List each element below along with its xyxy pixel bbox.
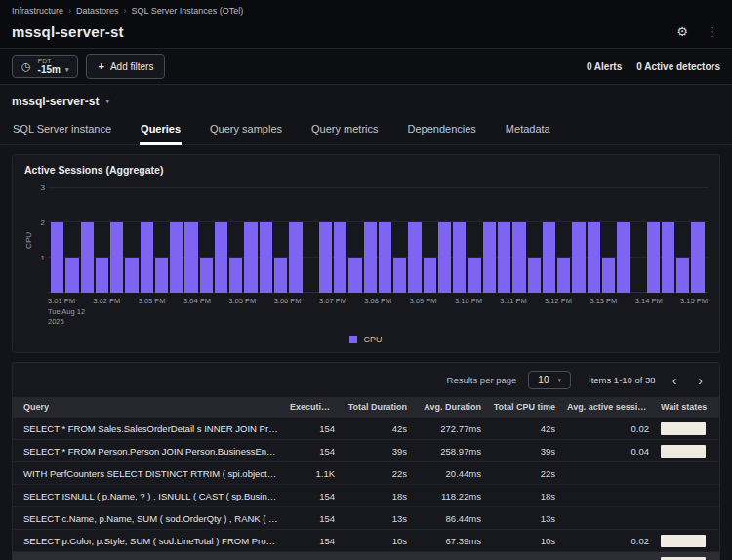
queries-table: QueryExecutionsTotal DurationAvg. Durati…	[13, 397, 719, 560]
table-row[interactable]: SELECT * FROM Sales.SalesOrderDetail s I…	[13, 417, 719, 439]
x-tick-label: 3:04 PM	[183, 297, 211, 305]
table-row[interactable]: SELECT * FROM Person.Person JOIN Person.…	[13, 439, 719, 461]
avg-duration-cell: 20.44ms	[413, 468, 487, 479]
legend-cpu-label: CPU	[363, 335, 382, 344]
executions-cell: 154	[284, 513, 341, 524]
cpu-bar	[51, 222, 63, 293]
alerts-count[interactable]: 0 Alerts	[587, 61, 622, 72]
active-detectors-count[interactable]: 0 Active detectors	[636, 61, 720, 72]
avg-active-sessions-cell: 0.04	[561, 446, 655, 457]
wait-states-cell	[655, 422, 719, 435]
breadcrumb-item[interactable]: Infrastructure	[12, 6, 63, 16]
cpu-bar	[438, 222, 451, 293]
total-cpu-time-cell: 18s	[487, 491, 561, 501]
executions-cell: 154	[284, 491, 341, 501]
column-header-query[interactable]: Query	[13, 397, 284, 417]
table-pagination-bar: Results per page 10 ▾ Items 1-10 of 38 ‹…	[13, 363, 719, 397]
cpu-bar	[110, 222, 123, 293]
tab-query-samples[interactable]: Query samples	[209, 116, 283, 145]
x-tick-label: 3:14 PM	[635, 297, 663, 305]
column-header-executions[interactable]: Executions	[284, 397, 341, 417]
tab-queries[interactable]: Queries	[140, 116, 182, 145]
breadcrumb-item[interactable]: Datastores	[76, 6, 119, 16]
wait-states-cell	[655, 535, 719, 547]
tab-sql-server-instance[interactable]: SQL Server instance	[12, 116, 112, 145]
wait-states-bar[interactable]	[661, 445, 706, 458]
cpu-bar	[676, 258, 689, 293]
tab-metadata[interactable]: Metadata	[505, 116, 551, 145]
query-cell: SELECT p.Color, p.Style, SUM ( sod.LineT…	[13, 536, 284, 546]
column-header-total-cpu-time[interactable]: Total CPU time	[487, 397, 561, 417]
avg-active-sessions-cell: 0.02	[561, 536, 655, 546]
x-tick-label: 3:02 PM	[93, 297, 120, 305]
wait-states-bar[interactable]	[661, 422, 706, 435]
cpu-bar	[170, 222, 183, 293]
breadcrumb-bar: Infrastructure›Datastores›SQL Server Ins…	[0, 0, 732, 21]
chevron-down-icon[interactable]: ▾	[105, 98, 109, 105]
cpu-bar	[200, 258, 213, 293]
wait-states-bar[interactable]	[661, 535, 706, 547]
column-header-avg-duration[interactable]: Avg. Duration	[413, 397, 487, 417]
tab-query-metrics[interactable]: Query metrics	[310, 116, 379, 145]
chart-plot-area[interactable]	[48, 187, 708, 293]
x-tick-label: 3:06 PM	[274, 297, 302, 305]
cpu-bar	[453, 222, 466, 293]
y-tick-label: 2	[41, 219, 45, 227]
x-tick-label: 3:12 PM	[545, 297, 572, 305]
items-count-label: Items 1-10 of 38	[589, 375, 656, 385]
total-duration-cell: 22s	[341, 468, 413, 479]
tab-dependencies[interactable]: Dependencies	[407, 116, 477, 145]
chevron-down-icon: ▾	[557, 377, 561, 384]
column-header-avg-active-sessions[interactable]: Avg. active sessions	[561, 397, 655, 417]
chart-title: Active Sessions (Aggregate)	[24, 164, 708, 176]
cpu-bar	[498, 222, 510, 293]
entity-selector[interactable]: mssql-server-st	[12, 95, 99, 108]
time-range-picker[interactable]: ◷ PDT -15m ▾	[12, 55, 78, 79]
table-row[interactable]: SELECT * FROM ( SELECT soh.SalesOrderID,…	[13, 551, 719, 560]
cpu-bar	[691, 222, 704, 293]
table-body: SELECT * FROM Sales.SalesOrderDetail s I…	[13, 417, 719, 560]
y-tick-label: 3	[41, 183, 45, 192]
cpu-bar	[572, 222, 585, 293]
cpu-bar	[141, 222, 153, 293]
avg-duration-cell: 118.22ms	[413, 491, 487, 501]
breadcrumb-separator: ›	[68, 6, 71, 16]
toolbar: ◷ PDT -15m ▾ + Add filters 0 Alerts 0 Ac…	[0, 48, 732, 85]
page-size-select[interactable]: 10 ▾	[528, 371, 571, 389]
total-cpu-time-cell: 10s	[487, 536, 561, 546]
x-tick-label: 3:13 PM	[590, 297, 617, 305]
chart: CPU 123	[24, 187, 708, 293]
next-page-button[interactable]: ›	[693, 374, 708, 387]
toolbar-right: 0 Alerts 0 Active detectors	[587, 61, 720, 72]
title-actions: ⚙ ⋮	[676, 24, 718, 39]
table-row[interactable]: SELECT ISNULL ( p.Name, ? ) , ISNULL ( C…	[13, 484, 719, 506]
cpu-bar	[260, 222, 272, 293]
tab-bar: SQL Server instanceQueriesQuery samplesQ…	[0, 112, 732, 145]
cpu-bar	[244, 222, 257, 293]
prev-page-button[interactable]: ‹	[668, 374, 682, 387]
breadcrumb-item[interactable]: SQL Server Instances (OTel)	[132, 6, 244, 16]
cpu-bar	[379, 222, 391, 293]
time-picker-text: PDT -15m ▾	[38, 58, 69, 76]
column-header-wait-states[interactable]: Wait states	[655, 397, 719, 417]
query-cell: SELECT ISNULL ( p.Name, ? ) , ISNULL ( C…	[13, 491, 284, 501]
cpu-bar	[483, 222, 496, 293]
cpu-bar	[528, 258, 541, 293]
column-header-total-duration[interactable]: Total Duration	[341, 397, 413, 417]
y-tick-label: 1	[41, 254, 45, 262]
cpu-bar	[602, 258, 615, 293]
table-row[interactable]: SELECT p.Color, p.Style, SUM ( sod.LineT…	[13, 529, 719, 551]
total-cpu-time-cell: 22s	[487, 468, 561, 479]
cpu-bar	[184, 222, 197, 293]
table-row[interactable]: WITH PerfCounters SELECT DISTINCT RTRIM …	[13, 461, 719, 484]
x-axis-labels: 3:01 PM3:02 PM3:03 PM3:04 PM3:05 PM3:06 …	[48, 293, 708, 305]
cpu-bar	[424, 258, 436, 293]
legend-cpu-swatch	[349, 336, 357, 343]
settings-gear-icon[interactable]: ⚙	[676, 24, 688, 39]
plus-icon: +	[98, 60, 103, 72]
cpu-bar	[557, 258, 570, 293]
add-filters-button[interactable]: + Add filters	[86, 54, 165, 79]
kebab-menu-icon[interactable]: ⋮	[706, 24, 718, 39]
table-row[interactable]: SELECT c.Name, p.Name, SUM ( sod.OrderQt…	[13, 506, 719, 529]
x-tick-label: 3:09 PM	[410, 297, 437, 305]
